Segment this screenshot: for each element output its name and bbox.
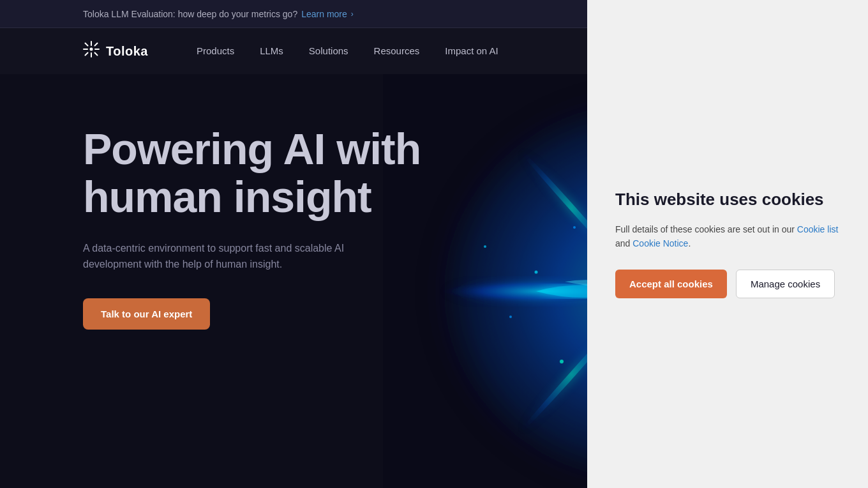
cookie-banner: This website uses cookies Full details o…: [587, 0, 868, 488]
cookie-banner-description: Full details of these cookies are set ou…: [615, 222, 840, 251]
cookie-banner-title: This website uses cookies: [615, 190, 824, 210]
learn-more-link[interactable]: Learn more: [301, 9, 347, 19]
hero-title-line1: Powering AI with: [83, 125, 421, 173]
nav-item-solutions[interactable]: Solutions: [299, 45, 359, 57]
nav-link-llms[interactable]: LLMs: [250, 40, 294, 61]
hero-subtitle: A data-centric environment to support fa…: [83, 240, 389, 273]
chevron-icon: ›: [351, 10, 354, 19]
cookie-list-link[interactable]: Cookie list: [797, 224, 839, 234]
nav-item-llms[interactable]: LLMs: [250, 45, 294, 57]
nav-item-impact[interactable]: Impact on AI: [435, 45, 508, 57]
cookie-desc-prefix: Full details of these cookies are set ou…: [615, 224, 797, 234]
hero-title: Powering AI with human insight: [83, 125, 421, 221]
nav-link-resources[interactable]: Resources: [364, 40, 430, 61]
hero-content: Powering AI with human insight A data-ce…: [83, 125, 421, 330]
hero-title-line2: human insight: [83, 172, 371, 221]
svg-line-6: [95, 53, 98, 56]
svg-point-24: [560, 360, 564, 363]
nav-link-impact[interactable]: Impact on AI: [435, 40, 508, 61]
svg-point-25: [509, 316, 512, 318]
svg-point-18: [535, 271, 538, 274]
nav-link-solutions[interactable]: Solutions: [299, 40, 359, 61]
svg-point-0: [90, 48, 93, 51]
svg-point-17: [573, 226, 576, 229]
cookie-notice-link[interactable]: Cookie Notice: [632, 238, 688, 248]
talk-to-expert-button[interactable]: Talk to our AI expert: [83, 298, 210, 330]
manage-cookies-button[interactable]: Manage cookies: [736, 270, 835, 298]
svg-line-5: [86, 43, 88, 46]
nav-link-products[interactable]: Products: [186, 40, 244, 61]
nav-item-products[interactable]: Products: [186, 45, 244, 57]
nav-links: Products LLMs Solutions Resources Impact…: [186, 45, 509, 57]
svg-line-8: [86, 53, 88, 56]
cookie-desc-suffix: .: [688, 238, 691, 248]
logo-text: Toloka: [106, 44, 148, 59]
logo-area[interactable]: Toloka: [83, 41, 148, 61]
logo-icon: [83, 41, 100, 61]
accept-cookies-button[interactable]: Accept all cookies: [615, 270, 727, 298]
svg-point-28: [484, 245, 486, 248]
nav-item-resources[interactable]: Resources: [364, 45, 430, 57]
cookie-desc-middle: and: [615, 238, 632, 248]
svg-line-7: [95, 43, 98, 46]
cookie-buttons: Accept all cookies Manage cookies: [615, 270, 835, 298]
announcement-text: Toloka LLM Evaluation: how deep do your …: [83, 9, 297, 19]
